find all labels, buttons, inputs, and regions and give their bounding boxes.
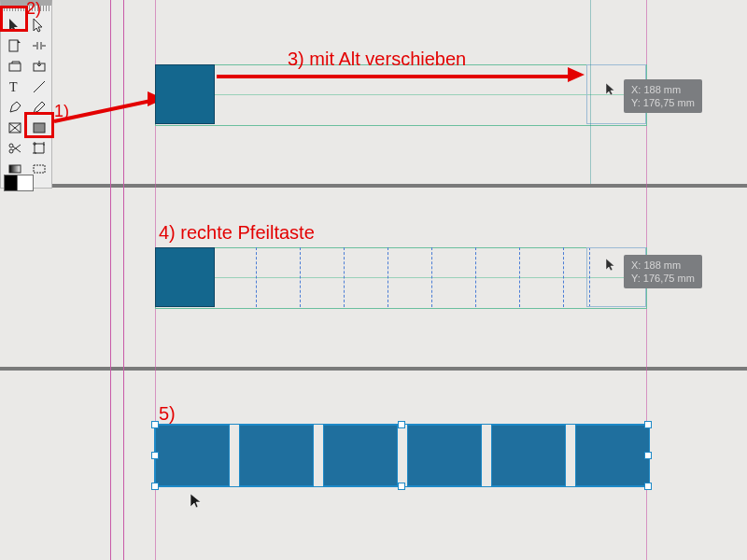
free-transform-tool[interactable] [27,138,51,159]
tooltip-2-y: Y: 176,75 mm [631,272,695,285]
svg-rect-0 [9,40,18,51]
content-frame-2[interactable] [155,247,647,309]
ruler-guide-left-outer[interactable] [110,0,111,560]
spacing-guide [475,247,476,307]
line-icon [32,79,47,94]
annotation-2: 2) [26,0,41,19]
spacing-guide [300,247,301,307]
tooltip-1-x: X: 188 mm [631,83,695,96]
drag-cursor [605,82,616,100]
spacing-guide [431,247,432,307]
result-shape-2[interactable] [239,425,314,486]
highlight-selection-tool [0,6,28,32]
annotation-3: 3) mit Alt verschieben [288,49,466,70]
scissors-tool[interactable] [3,138,27,159]
panel-divider-1 [0,184,747,188]
rect-frame-icon [7,120,22,135]
result-shape-4[interactable] [407,425,482,486]
frame-midline-1 [155,94,645,95]
spacing-guide [563,247,564,307]
svg-rect-9 [34,165,45,173]
result-shape-6[interactable] [575,425,650,486]
spacing-guide [519,247,520,307]
frame-midline-2 [155,277,645,278]
type-icon: T [7,79,22,94]
panel-divider-2 [0,367,747,371]
gap-tool[interactable] [27,35,51,56]
pen-icon [7,100,22,115]
svg-rect-1 [9,63,21,71]
collector-icon [7,59,22,74]
ruler-guide-left-inner[interactable] [123,0,124,560]
spacing-guide [344,247,345,307]
page-icon [7,38,22,53]
shape-original-2[interactable] [155,247,215,307]
result-shape-3[interactable] [323,425,398,486]
result-shape-5[interactable] [491,425,566,486]
mouse-cursor [190,493,203,513]
annotation-5: 5) [159,403,176,425]
position-tooltip-2: X: 188 mm Y: 176,75 mm [624,255,702,288]
sel-handle[interactable] [398,421,405,428]
highlight-rectangle-tool [24,112,54,138]
shape-original-1[interactable] [155,64,215,124]
scissors-icon [7,141,22,156]
tooltip-1-y: Y: 176,75 mm [631,96,695,109]
content-placer-tool[interactable] [27,56,51,77]
tooltip-2-x: X: 188 mm [631,259,695,272]
sel-handle[interactable] [151,483,159,490]
arrow-3-head [568,67,585,82]
drag-cursor-2 [605,258,616,275]
line-tool[interactable] [27,77,51,97]
svg-point-7 [9,149,13,153]
panel-3 [155,425,648,486]
panel-2 [155,247,645,307]
sel-handle[interactable] [151,421,159,428]
spacing-guide [256,247,257,307]
stroke-swatch[interactable] [17,175,34,191]
svg-point-6 [9,144,13,147]
content-collector-tool[interactable] [3,56,27,77]
color-swatches[interactable] [0,175,50,193]
position-tooltip-1: X: 188 mm Y: 176,75 mm [624,79,702,113]
hollow-cursor-icon [32,18,47,33]
page-tool[interactable] [3,35,27,56]
spacing-guide [388,247,388,307]
sel-handle[interactable] [151,452,159,459]
sel-handle[interactable] [644,452,652,459]
placer-icon [32,59,47,74]
sel-handle[interactable] [644,483,652,490]
arrow-3-line [217,75,571,78]
annotation-4: 4) rechte Pfeiltaste [159,222,315,244]
transform-icon [32,141,47,156]
result-shape-1[interactable] [155,425,230,486]
type-tool[interactable]: T [3,77,27,97]
smart-guide-1 [590,0,591,184]
gap-icon [32,38,47,53]
svg-rect-8 [9,165,21,173]
svg-text:T: T [9,80,18,94]
sel-handle[interactable] [644,421,652,428]
sel-handle[interactable] [398,483,405,490]
